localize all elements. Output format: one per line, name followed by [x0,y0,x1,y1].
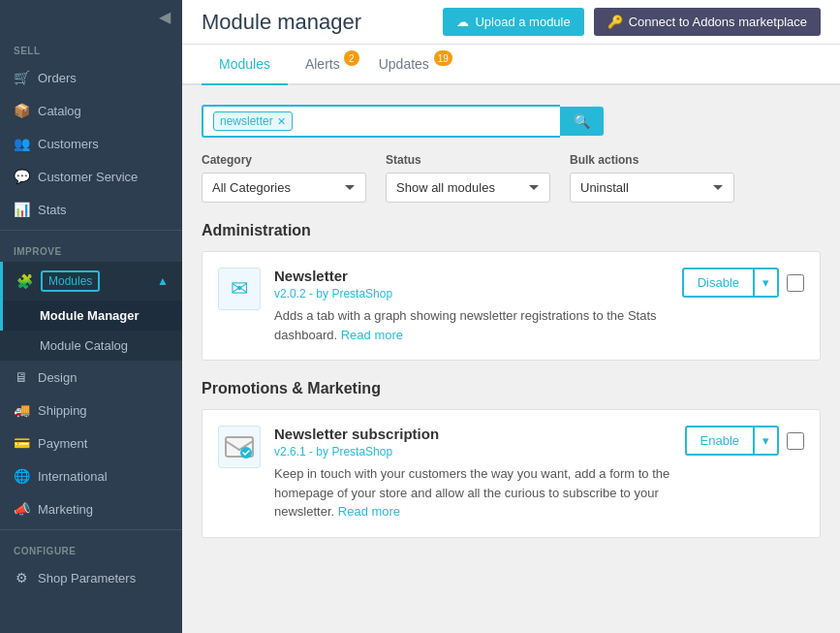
bulk-label: Bulk actions [570,153,734,167]
search-input[interactable] [298,114,550,129]
sidebar-item-shop-parameters[interactable]: ⚙ Shop Parameters [0,561,182,594]
promotions-title: Promotions & Marketing [202,380,821,397]
search-tag-remove[interactable]: ✕ [277,115,286,128]
key-icon: 🔑 [607,15,623,29]
newsletter-icon: ✉ [218,268,261,310]
sidebar-item-design[interactable]: 🖥 Design [0,361,182,394]
sidebar-item-label: Payment [38,436,87,451]
customers-icon: 👥 [14,136,29,151]
sidebar-section-improve: IMPROVE [0,235,182,262]
newsletter-sub-info: Newsletter subscription v2.6.1 - by Pres… [274,426,671,522]
sidebar-item-stats[interactable]: 📊 Stats [0,193,182,226]
newsletter-name: Newsletter [274,268,669,284]
sidebar-item-shipping[interactable]: 🚚 Shipping [0,394,182,427]
sidebar-item-international[interactable]: 🌐 International [0,459,182,492]
sidebar-item-label: Shipping [38,403,87,418]
search-tag-text: newsletter [220,114,273,128]
tab-modules[interactable]: Modules [202,45,288,85]
sidebar-item-label: Stats [38,203,67,217]
sidebar-item-catalog[interactable]: 📦 Catalog [0,94,182,127]
sidebar-item-orders[interactable]: 🛒 Orders [0,61,182,94]
newsletter-read-more[interactable]: Read more [341,328,403,342]
tab-updates[interactable]: Updates 19 [361,45,454,85]
search-bar: newsletter ✕ 🔍 [202,105,821,138]
stats-icon: 📊 [14,202,29,217]
newsletter-sub-author: PrestaShop [331,445,392,459]
newsletter-sub-version: v2.6.1 - by PrestaShop [274,445,671,459]
category-select[interactable]: All Categories [202,173,366,203]
newsletter-info: Newsletter v2.0.2 - by PrestaShop Adds a… [274,268,669,344]
sidebar: ◀ SELL 🛒 Orders 📦 Catalog 👥 Customers 💬 … [0,0,182,633]
newsletter-author: PrestaShop [331,287,392,301]
shipping-icon: 🚚 [14,402,29,418]
sidebar-divider-2 [0,529,182,530]
sidebar-item-label: Marketing [38,502,93,517]
marketing-icon: 📣 [14,501,29,517]
status-label: Status [386,153,550,167]
search-input-wrapper[interactable]: newsletter ✕ [202,105,560,138]
modules-icon: 🧩 [16,273,32,289]
administration-title: Administration [202,222,821,239]
newsletter-actions: Disable ▾ [682,268,804,298]
tab-alerts-label: Alerts [305,56,340,72]
top-bar-actions: ☁ Upload a module 🔑 Connect to Addons ma… [443,8,821,36]
category-filter: Category All Categories [202,153,366,203]
promotions-section: Promotions & Marketing Newsletter subscr… [202,380,821,538]
sidebar-divider [0,230,182,231]
sidebar-item-label: Customers [38,137,99,151]
sidebar-item-label: Catalog [38,104,81,118]
newsletter-checkbox[interactable] [787,274,804,292]
shop-params-icon: ⚙ [14,570,29,586]
newsletter-sub-actions: Enable ▾ [685,426,804,456]
sidebar-item-customers[interactable]: 👥 Customers [0,127,182,160]
bulk-select[interactable]: Uninstall [570,173,734,203]
modules-submenu: Module Manager Module Catalog [0,301,182,361]
sidebar-item-label: Design [38,370,77,385]
sidebar-toggle[interactable]: ◀ [0,0,182,34]
sidebar-item-payment[interactable]: 💳 Payment [0,427,182,459]
tab-modules-label: Modules [219,56,270,72]
administration-section: Administration ✉ Newsletter v2.0.2 - by … [202,222,821,361]
module-card-newsletter: ✉ Newsletter v2.0.2 - by PrestaShop Adds… [202,251,821,361]
status-select[interactable]: Show all modules [386,173,550,203]
newsletter-sub-icon [218,426,261,468]
filters-row: Category All Categories Status Show all … [202,153,821,203]
newsletter-sub-read-more[interactable]: Read more [338,504,400,519]
upload-icon: ☁ [456,15,469,29]
search-tag: newsletter ✕ [213,111,293,131]
updates-badge: 19 [434,50,452,66]
bulk-actions-filter: Bulk actions Uninstall [570,153,734,203]
sidebar-item-label: International [38,469,108,484]
newsletter-sub-dropdown-button[interactable]: ▾ [755,426,779,456]
content-area: newsletter ✕ 🔍 Category All Categories S… [182,85,840,633]
sidebar-item-label: Shop Parameters [38,571,136,586]
newsletter-sub-enable-button[interactable]: Enable [685,426,755,456]
tab-alerts[interactable]: Alerts 2 [288,45,361,85]
sidebar-item-marketing[interactable]: 📣 Marketing [0,492,182,525]
sidebar-item-module-catalog[interactable]: Module Catalog [0,331,182,361]
connect-btn-label: Connect to Addons marketplace [629,15,807,29]
newsletter-desc: Adds a tab with a graph showing newslett… [274,306,669,344]
module-catalog-label: Module Catalog [40,338,128,353]
top-bar: Module manager ☁ Upload a module 🔑 Conne… [182,0,840,45]
sidebar-item-module-manager[interactable]: Module Manager [0,301,182,331]
sidebar-section-configure: CONFIGURE [0,534,182,561]
upload-module-button[interactable]: ☁ Upload a module [443,8,583,36]
status-filter: Status Show all modules [386,153,550,203]
tab-updates-label: Updates [379,56,429,72]
sidebar-item-modules[interactable]: 🧩 Modules ▲ [0,262,182,301]
search-button[interactable]: 🔍 [560,107,604,136]
modules-header-left: 🧩 Modules [16,270,100,292]
newsletter-disable-button[interactable]: Disable [682,268,755,298]
page-title: Module manager [202,10,361,35]
newsletter-sub-checkbox[interactable] [787,432,804,450]
connect-addons-button[interactable]: 🔑 Connect to Addons marketplace [594,8,821,36]
sidebar-section-sell: SELL [0,34,182,61]
tabs-bar: Modules Alerts 2 Updates 19 [182,45,840,85]
main-content: Module manager ☁ Upload a module 🔑 Conne… [182,0,840,633]
newsletter-dropdown-button[interactable]: ▾ [755,268,779,298]
newsletter-sub-name: Newsletter subscription [274,426,671,442]
upload-btn-label: Upload a module [475,15,570,29]
sidebar-item-customer-service[interactable]: 💬 Customer Service [0,160,182,193]
modules-label: Modules [41,270,100,292]
